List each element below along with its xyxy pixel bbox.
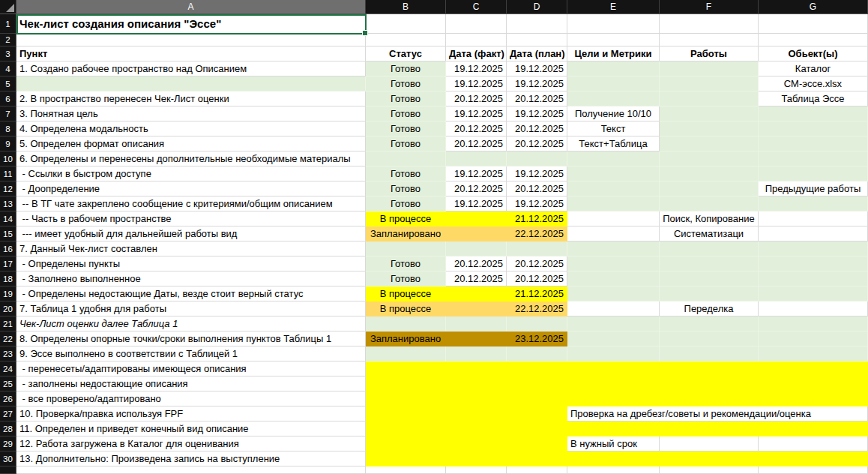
cell-B14[interactable]: В процессе	[366, 212, 446, 226]
cell-D2[interactable]	[507, 34, 567, 46]
cell-F13[interactable]	[660, 196, 759, 212]
cell-C2[interactable]	[446, 34, 507, 46]
cell-D11[interactable]: 19.12.2025	[507, 166, 567, 182]
row-header-21[interactable]: 21	[0, 316, 16, 332]
cell-G23[interactable]	[759, 346, 868, 362]
row-header-8[interactable]: 8	[0, 122, 16, 136]
cell-D24[interactable]	[507, 362, 567, 376]
cell-F5[interactable]	[660, 76, 759, 92]
cell-E22[interactable]	[567, 332, 660, 346]
cell-F26[interactable]	[660, 392, 759, 406]
cell-C1[interactable]	[446, 14, 507, 34]
row-header-30[interactable]: 30	[0, 452, 16, 466]
cell-B2[interactable]	[366, 34, 446, 46]
cell-A11[interactable]: - Ссылки в быстром доступе	[16, 166, 366, 182]
column-header-B[interactable]: B	[366, 0, 446, 14]
cell-D8[interactable]: 20.12.2025	[507, 122, 567, 136]
cell-F20[interactable]: Переделка	[660, 302, 759, 316]
row-header-13[interactable]: 13	[0, 196, 16, 212]
cell-B11[interactable]: Готово	[366, 166, 446, 182]
cell-C22[interactable]	[446, 332, 507, 346]
cell-E14[interactable]	[567, 212, 660, 226]
column-header-E[interactable]: E	[567, 0, 660, 14]
cell-B3[interactable]: Статус	[366, 46, 446, 62]
row-header-7[interactable]: 7	[0, 106, 16, 122]
cell-E18[interactable]	[567, 272, 660, 286]
cell-A4[interactable]: 1. Создано рабочее пространство над Опис…	[16, 62, 366, 76]
cell-B17[interactable]: Готово	[366, 256, 446, 272]
cell-F12[interactable]	[660, 182, 759, 196]
cell-F23[interactable]	[660, 346, 759, 362]
cell-B21[interactable]	[366, 316, 446, 332]
cell-B23[interactable]	[366, 346, 446, 362]
cell-Gx[interactable]	[759, 466, 868, 474]
cell-A2[interactable]	[16, 34, 366, 46]
cell-D14[interactable]: 21.12.2025	[507, 212, 567, 226]
cell-E29[interactable]: В нужный срок	[567, 436, 660, 452]
cell-A19[interactable]: - Определены недостающие Даты, везде сто…	[16, 286, 366, 302]
cell-A1[interactable]: Чек-лист создания описания "Эссе"	[16, 14, 366, 34]
cell-B4[interactable]: Готово	[366, 62, 446, 76]
cell-A29[interactable]: 12. Работа загружена в Каталог для оцени…	[16, 436, 366, 452]
cell-E25[interactable]	[567, 376, 660, 392]
cell-B19[interactable]: В процессе	[366, 286, 446, 302]
cell-A3[interactable]: Пункт	[16, 46, 366, 62]
cell-D9[interactable]: 20.12.2025	[507, 136, 567, 152]
cell-B29[interactable]	[366, 436, 446, 452]
cell-F4[interactable]	[660, 62, 759, 76]
cell-F25[interactable]	[660, 376, 759, 392]
cell-F17[interactable]	[660, 256, 759, 272]
cell-G18[interactable]	[759, 272, 868, 286]
cell-D22[interactable]: 23.12.2025	[507, 332, 567, 346]
cell-B6[interactable]: Готово	[366, 92, 446, 106]
cell-C8[interactable]: 20.12.2025	[446, 122, 507, 136]
cell-F30[interactable]	[660, 452, 759, 466]
cell-F24[interactable]	[660, 362, 759, 376]
cell-A25[interactable]: - заполнены недостающие описания	[16, 376, 366, 392]
cell-E8[interactable]: Текст	[567, 122, 660, 136]
cell-G11[interactable]	[759, 166, 868, 182]
cell-E1[interactable]	[567, 14, 660, 34]
cell-B12[interactable]: Готово	[366, 182, 446, 196]
cell-F2[interactable]	[660, 34, 759, 46]
cell-G1[interactable]	[759, 14, 868, 34]
cell-A15[interactable]: --- имеет удобный для дальнейшей работы …	[16, 226, 366, 242]
cell-G25[interactable]	[759, 376, 868, 392]
column-header-D[interactable]: D	[507, 0, 567, 14]
cell-C27[interactable]	[446, 406, 507, 422]
cell-F8[interactable]	[660, 122, 759, 136]
cell-Ex[interactable]	[567, 466, 660, 474]
cell-B30[interactable]	[366, 452, 446, 466]
cell-F1[interactable]	[660, 14, 759, 34]
cell-G26[interactable]	[759, 392, 868, 406]
row-header-6[interactable]: 6	[0, 92, 16, 106]
cell-F29[interactable]	[660, 436, 759, 452]
cell-C7[interactable]: 19.12.2025	[446, 106, 507, 122]
cell-E4[interactable]	[567, 62, 660, 76]
cell-C9[interactable]: 20.12.2025	[446, 136, 507, 152]
row-header-25[interactable]: 25	[0, 376, 16, 392]
cell-E26[interactable]	[567, 392, 660, 406]
row-header-18[interactable]: 18	[0, 272, 16, 286]
cell-A27[interactable]: 10. Проверка/правка используя FPF	[16, 406, 366, 422]
cell-E27[interactable]: Проверка на дребезг/советы и рекомендаци…	[567, 406, 868, 422]
cell-E3[interactable]: Цели и Метрики	[567, 46, 660, 62]
cell-G17[interactable]	[759, 256, 868, 272]
cell-D21[interactable]	[507, 316, 567, 332]
cell-A16[interactable]: 7. Данный Чек-лист составлен	[16, 242, 366, 256]
cell-D27[interactable]	[507, 406, 567, 422]
cell-F14[interactable]: Поиск, Копирование	[660, 212, 759, 226]
row-header-14[interactable]: 14	[0, 212, 16, 226]
cell-Ax[interactable]	[16, 466, 366, 474]
cell-G28[interactable]	[759, 422, 868, 436]
cell-D19[interactable]: 21.12.2025	[507, 286, 567, 302]
cell-G13[interactable]	[759, 196, 868, 212]
cell-D16[interactable]	[507, 242, 567, 256]
cell-D10[interactable]	[507, 152, 567, 166]
cell-C30[interactable]	[446, 452, 507, 466]
cell-F19[interactable]	[660, 286, 759, 302]
cell-C13[interactable]: 19.12.2025	[446, 196, 507, 212]
cell-G19[interactable]	[759, 286, 868, 302]
cell-G16[interactable]	[759, 242, 868, 256]
cell-C23[interactable]	[446, 346, 507, 362]
